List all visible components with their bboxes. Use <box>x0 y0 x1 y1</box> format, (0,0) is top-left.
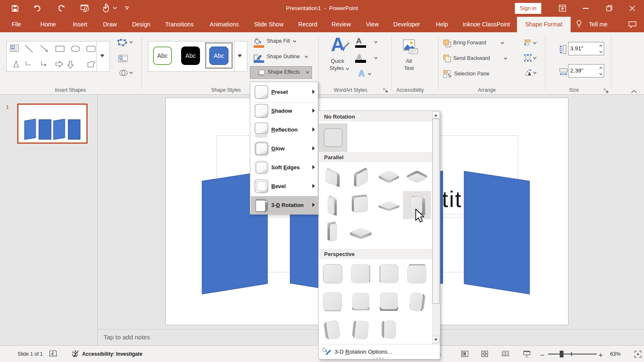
svg-text:tit: tit <box>442 187 462 212</box>
